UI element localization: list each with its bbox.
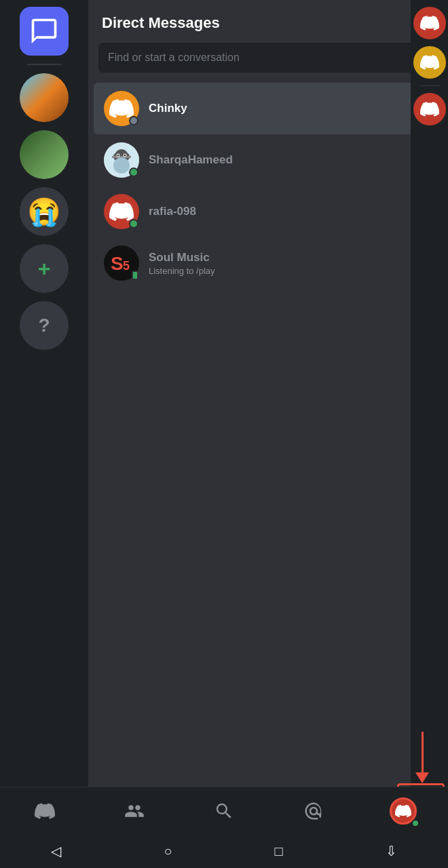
dm-info-sharqa: SharqaHameed bbox=[149, 153, 432, 167]
sidebar-item-server3[interactable]: 😭 bbox=[20, 187, 69, 236]
sidebar-item-server2[interactable] bbox=[20, 130, 69, 179]
dm-item-soul[interactable]: S 5 Soul Music Listening to /play bbox=[94, 237, 443, 289]
dm-info-chinky: Chinky bbox=[149, 102, 432, 115]
nav-item-friends[interactable] bbox=[114, 791, 155, 831]
dm-info-rafia: rafia-098 bbox=[149, 205, 432, 218]
status-dot-soul bbox=[132, 271, 138, 280]
dm-panel: Direct Messages Find or start a conversa… bbox=[88, 0, 448, 787]
svg-point-6 bbox=[117, 155, 119, 157]
help-button[interactable]: ? bbox=[20, 301, 69, 350]
server-divider bbox=[27, 64, 61, 65]
status-dot-sharqa bbox=[129, 167, 138, 177]
svg-text:5: 5 bbox=[123, 259, 130, 273]
android-back-button[interactable]: ◁ bbox=[51, 843, 61, 859]
bottom-nav bbox=[0, 787, 448, 834]
dm-status-soul: Listening to /play bbox=[149, 266, 432, 276]
nav-item-search[interactable] bbox=[204, 791, 244, 831]
status-dot-rafia bbox=[129, 219, 138, 229]
search-placeholder: Find or start a conversation bbox=[108, 52, 406, 64]
right-server-item-2[interactable] bbox=[413, 46, 446, 79]
android-nav: ◁ ○ □ ⇩ bbox=[0, 834, 448, 868]
avatar-wrapper-soul: S 5 bbox=[104, 245, 139, 281]
svg-point-7 bbox=[124, 155, 126, 157]
dm-item-sharqa[interactable]: SharqaHameed bbox=[94, 134, 443, 186]
profile-status-dot bbox=[411, 819, 419, 827]
dm-info-soul: Soul Music Listening to /play bbox=[149, 251, 432, 276]
add-server-button[interactable]: + bbox=[20, 244, 69, 293]
right-server-item-3[interactable] bbox=[413, 93, 446, 125]
sidebar-item-server1[interactable] bbox=[20, 73, 69, 122]
dm-name-sharqa: SharqaHameed bbox=[149, 153, 432, 167]
dm-item-chinky[interactable]: Chinky bbox=[94, 83, 443, 134]
nav-item-profile[interactable] bbox=[383, 791, 424, 831]
sidebar-item-dm[interactable] bbox=[20, 7, 69, 56]
dm-name-soul: Soul Music bbox=[149, 251, 432, 264]
right-server-divider bbox=[419, 85, 440, 86]
server-sidebar: 😭 + ? bbox=[0, 0, 88, 787]
avatar-wrapper-chinky bbox=[104, 91, 139, 126]
svg-point-8 bbox=[113, 157, 130, 174]
svg-text:S: S bbox=[111, 253, 124, 274]
search-bar[interactable]: Find or start a conversation 🔍 bbox=[98, 43, 438, 73]
nav-item-mentions[interactable] bbox=[293, 791, 334, 831]
dm-list: Chinky bbox=[88, 83, 448, 787]
android-extra-button[interactable]: ⇩ bbox=[386, 843, 397, 859]
dm-item-rafia[interactable]: rafia-098 bbox=[94, 186, 443, 237]
dm-name-rafia: rafia-098 bbox=[149, 205, 432, 218]
android-recent-button[interactable]: □ bbox=[274, 844, 282, 859]
android-home-button[interactable]: ○ bbox=[164, 844, 172, 859]
avatar-wrapper-rafia bbox=[104, 194, 139, 229]
dm-title: Direct Messages bbox=[102, 14, 220, 32]
status-dot-chinky bbox=[129, 116, 138, 125]
avatar-wrapper-sharqa bbox=[104, 142, 139, 178]
nav-item-home[interactable] bbox=[24, 791, 65, 831]
dm-header: Direct Messages bbox=[88, 0, 448, 43]
right-server-list bbox=[411, 0, 448, 787]
right-server-item-1[interactable] bbox=[413, 7, 446, 39]
dm-name-chinky: Chinky bbox=[149, 102, 432, 115]
